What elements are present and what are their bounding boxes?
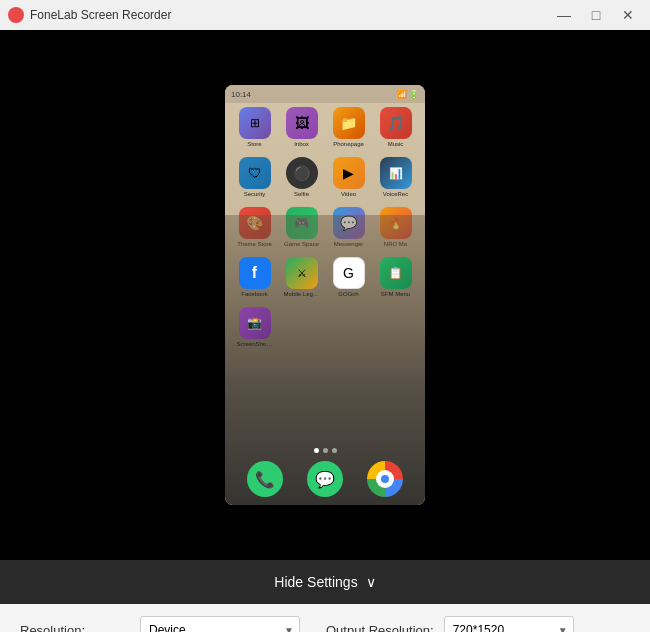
app-empty-2 [331,307,367,351]
output-resolution-select-wrapper: 720*1520 1080*2280 480*1024 ▼ [444,616,574,632]
title-bar-left: FoneLab Screen Recorder [8,7,171,23]
settings-panel: Resolution: Device Custom ▼ Output Resol… [0,604,650,632]
app-google: G GOGch [331,257,367,301]
dot-3 [332,448,337,453]
app-screenshot: 📸 ScreenShot Menu [237,307,273,351]
hide-settings-label: Hide Settings [274,574,357,590]
app-row-1: ⊞ Store 🖼 Inbox 📁 Phonepa [231,107,419,151]
close-button[interactable]: ✕ [614,4,642,26]
resolution-select[interactable]: Device Custom [140,616,300,632]
app-title: FoneLab Screen Recorder [30,8,171,22]
settings-row-resolution: Resolution: Device Custom ▼ Output Resol… [20,616,630,632]
chevron-down-icon: ∨ [366,574,376,590]
status-icons: 📶 🔋 [397,90,419,99]
app-empty-1 [284,307,320,351]
output-resolution-label: Output Resolution: [326,623,434,633]
title-bar-controls: — □ ✕ [550,4,642,26]
dock-sms: 💬 [307,461,343,497]
dot-1 [314,448,319,453]
app-facebook: f Facebook [237,257,273,301]
app-store: ⊞ Store [237,107,273,151]
app-voicerec: 📊 VoiceRec [378,157,414,201]
phone-status-bar: 10:14 📶 🔋 [225,85,425,103]
app-security: 🛡 Security [237,157,273,201]
app-icon [8,7,24,23]
app-mobilelegends: ⚔ Mobile Legends [284,257,320,301]
app-phonepage: 📁 Phonepage [331,107,367,151]
minimize-button[interactable]: — [550,4,578,26]
app-sfmmenu: 📋 SFM Menu [378,257,414,301]
page-dots [225,448,425,453]
phone-dock: 📞 💬 [225,461,425,497]
app-row-5: 📸 ScreenShot Menu [231,307,419,351]
status-time: 10:14 [231,90,251,99]
dot-2 [323,448,328,453]
app-empty-3 [378,307,414,351]
app-row-2: 🛡 Security ⚫ Selfie ▶ Vide [231,157,419,201]
app-row-4: f Facebook ⚔ Mobile Legends G [231,257,419,301]
hide-settings-bar[interactable]: Hide Settings ∨ [0,560,650,604]
dock-chrome [367,461,403,497]
app-music: 🎵 Music [378,107,414,151]
app-gallery: 🖼 Inbox [284,107,320,151]
main-preview-area: 10:14 📶 🔋 ⊞ Store 🖼 [0,30,650,560]
title-bar: FoneLab Screen Recorder — □ ✕ [0,0,650,30]
resolution-label: Resolution: [20,623,130,633]
phone-screen: 10:14 📶 🔋 ⊞ Store 🖼 [225,85,425,505]
phone-content: 10:14 📶 🔋 ⊞ Store 🖼 [225,85,425,505]
output-resolution-select[interactable]: 720*1520 1080*2280 480*1024 [444,616,574,632]
dock-phone: 📞 [247,461,283,497]
resolution-select-wrapper: Device Custom ▼ [140,616,300,632]
maximize-button[interactable]: □ [582,4,610,26]
app-video: ▶ Video [331,157,367,201]
app-camera: ⚫ Selfie [284,157,320,201]
